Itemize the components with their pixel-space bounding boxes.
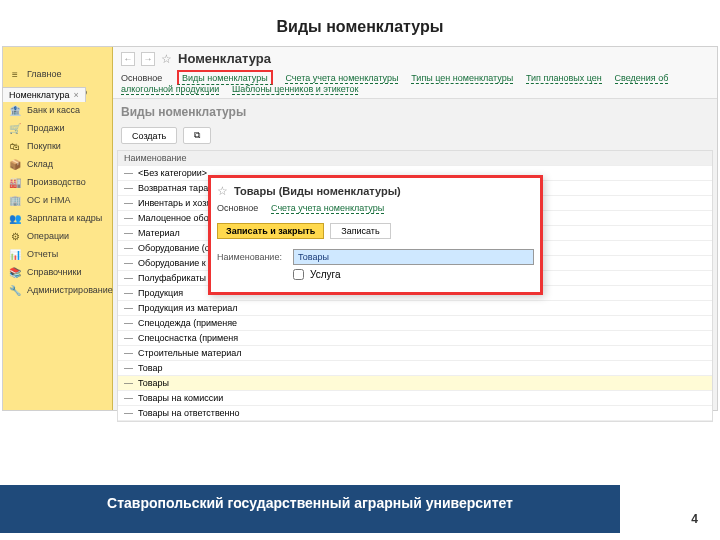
- bank-icon: 🏦: [9, 104, 21, 116]
- books-icon: 📚: [9, 266, 21, 278]
- item-icon: —: [124, 408, 138, 418]
- list-item-label: Товары: [138, 378, 169, 388]
- app-window: ≡Главное 👤Руководителю 🏦Банк и касса 🛒Пр…: [2, 46, 718, 411]
- link-types-highlighted[interactable]: Виды номенклатуры: [177, 70, 273, 85]
- sidebar-item-label: Операции: [27, 231, 69, 241]
- item-icon: —: [124, 213, 138, 223]
- slide-title: Виды номенклатуры: [0, 0, 720, 46]
- chart-icon: 📊: [9, 248, 21, 260]
- list-header-name: Наименование: [124, 153, 186, 163]
- create-button[interactable]: Создать: [121, 127, 177, 144]
- list-item[interactable]: —Спецодежда (применяе: [118, 316, 712, 331]
- form-row-name: Наименование:: [217, 247, 534, 267]
- sidebar-item-operations[interactable]: ⚙Операции: [3, 227, 112, 245]
- list-item-label: Продукция: [138, 288, 183, 298]
- copy-button[interactable]: ⧉: [183, 127, 211, 144]
- list-toolbar: Создать ⧉: [113, 123, 717, 150]
- item-icon: —: [124, 363, 138, 373]
- gear-icon: ⚙: [9, 230, 21, 242]
- dialog-links: Основное Счета учета номенклатуры: [217, 202, 534, 219]
- bag-icon: 🛍: [9, 140, 21, 152]
- list-item-label: Полуфабрикаты: [138, 273, 206, 283]
- sidebar-item-purchases[interactable]: 🛍Покупки: [3, 137, 112, 155]
- sidebar-item-assets[interactable]: 🏢ОС и НМА: [3, 191, 112, 209]
- nav-forward-button[interactable]: →: [141, 52, 155, 66]
- list-item[interactable]: —Продукция из материал: [118, 301, 712, 316]
- factory-icon: 🏭: [9, 176, 21, 188]
- list-item-label: Спецодежда (применяе: [138, 318, 237, 328]
- service-checkbox[interactable]: [293, 269, 304, 280]
- header-row: ← → ☆ Номенклатура: [113, 47, 717, 70]
- sidebar-item-label: Администрирование: [27, 285, 113, 295]
- list-item[interactable]: —Спецоснастка (применя: [118, 331, 712, 346]
- list-item-selected[interactable]: —Товары: [118, 376, 712, 391]
- list-item-label: Материал: [138, 228, 180, 238]
- sidebar-item-label: ОС и НМА: [27, 195, 71, 205]
- link-main[interactable]: Основное: [121, 73, 162, 83]
- list-item[interactable]: —Строительные материал: [118, 346, 712, 361]
- link-price-types[interactable]: Типы цен номенклатуры: [411, 73, 513, 84]
- dialog-link-main[interactable]: Основное: [217, 203, 258, 213]
- close-icon[interactable]: ×: [73, 90, 78, 100]
- item-icon: —: [124, 258, 138, 268]
- star-icon[interactable]: ☆: [161, 52, 172, 66]
- sidebar-item-label: Отчеты: [27, 249, 58, 259]
- list-item[interactable]: —Товар: [118, 361, 712, 376]
- sidebar-item-main[interactable]: ≡Главное: [3, 65, 112, 83]
- list-item-label: Товары на ответственно: [138, 408, 240, 418]
- sidebar-item-production[interactable]: 🏭Производство: [3, 173, 112, 191]
- link-templates[interactable]: Шаблоны ценников и этикеток: [232, 84, 358, 95]
- item-icon: —: [124, 378, 138, 388]
- item-icon: —: [124, 228, 138, 238]
- item-icon: —: [124, 243, 138, 253]
- sidebar-item-references[interactable]: 📚Справочники: [3, 263, 112, 281]
- item-icon: —: [124, 183, 138, 193]
- service-label: Услуга: [310, 269, 341, 280]
- list-item-label: Спецоснастка (применя: [138, 333, 238, 343]
- dialog-toolbar: Записать и закрыть Записать: [217, 219, 534, 247]
- cart-icon: 🛒: [9, 122, 21, 134]
- list-item[interactable]: —Товары на комиссии: [118, 391, 712, 406]
- page-title: Номенклатура: [178, 51, 271, 66]
- save-button[interactable]: Записать: [330, 223, 390, 239]
- footer-bar: Ставропольский государственный аграрный …: [0, 485, 620, 533]
- save-close-button[interactable]: Записать и закрыть: [217, 223, 324, 239]
- sidebar-item-label: Склад: [27, 159, 53, 169]
- sidebar-item-label: Покупки: [27, 141, 61, 151]
- link-bar: Основное Виды номенклатуры Счета учета н…: [113, 70, 717, 99]
- link-accounts[interactable]: Счета учета номенклатуры: [285, 73, 398, 84]
- list-item-label: Товары на комиссии: [138, 393, 223, 403]
- list-item-label: Продукция из материал: [138, 303, 238, 313]
- list-item-label: <Без категории>: [138, 168, 207, 178]
- form-row-service: Услуга: [217, 267, 534, 282]
- star-icon[interactable]: ☆: [217, 184, 228, 198]
- item-icon: —: [124, 273, 138, 283]
- building-icon: 🏢: [9, 194, 21, 206]
- tab-bar: Номенклатура×: [2, 87, 86, 102]
- page-number: 4: [691, 512, 698, 526]
- sidebar-item-salary[interactable]: 👥Зарплата и кадры: [3, 209, 112, 227]
- sidebar-item-reports[interactable]: 📊Отчеты: [3, 245, 112, 263]
- item-icon: —: [124, 288, 138, 298]
- item-icon: —: [124, 303, 138, 313]
- dialog-header: ☆ Товары (Виды номенклатуры): [217, 182, 534, 202]
- sidebar-item-bank[interactable]: 🏦Банк и касса: [3, 101, 112, 119]
- wrench-icon: 🔧: [9, 284, 21, 296]
- dialog-link-accounts[interactable]: Счета учета номенклатуры: [271, 203, 384, 214]
- tab-nomenclature[interactable]: Номенклатура×: [2, 87, 86, 102]
- list-item-label: Возвратная тара: [138, 183, 208, 193]
- item-icon: —: [124, 348, 138, 358]
- list-item-label: Товар: [138, 363, 163, 373]
- nav-back-button[interactable]: ←: [121, 52, 135, 66]
- item-icon: —: [124, 333, 138, 343]
- sidebar-item-label: Продажи: [27, 123, 65, 133]
- name-input[interactable]: [293, 249, 534, 265]
- sidebar-item-warehouse[interactable]: 📦Склад: [3, 155, 112, 173]
- sidebar-item-sales[interactable]: 🛒Продажи: [3, 119, 112, 137]
- sidebar-item-label: Зарплата и кадры: [27, 213, 102, 223]
- people-icon: 👥: [9, 212, 21, 224]
- sidebar-item-admin[interactable]: 🔧Администрирование: [3, 281, 112, 299]
- list-item-label: Строительные материал: [138, 348, 242, 358]
- link-plan-price[interactable]: Тип плановых цен: [526, 73, 602, 84]
- list-item[interactable]: —Товары на ответственно: [118, 406, 712, 421]
